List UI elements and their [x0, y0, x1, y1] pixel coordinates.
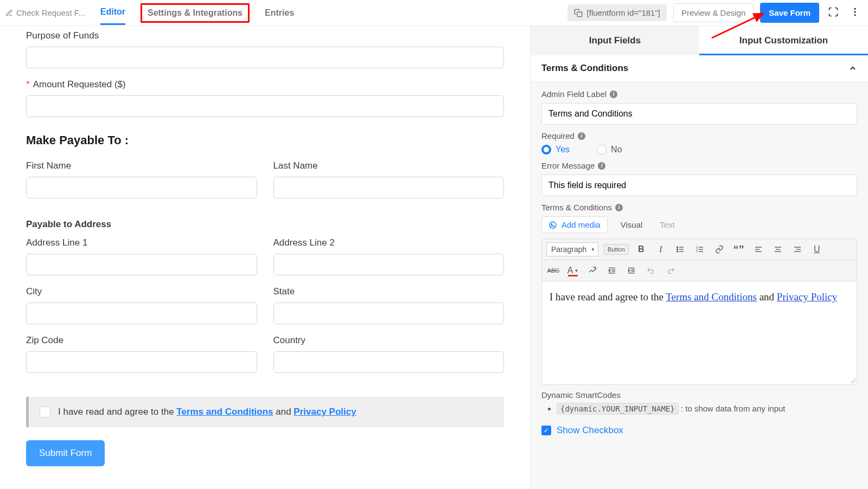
outdent-icon[interactable] — [605, 263, 619, 278]
media-icon — [548, 221, 557, 229]
country-input[interactable] — [273, 351, 505, 373]
format-select[interactable]: Paragraph — [546, 242, 598, 256]
redo-icon[interactable] — [663, 263, 678, 278]
preview-button[interactable]: Preview & Design — [673, 3, 754, 22]
zip-label: Zip Code — [26, 335, 257, 346]
purpose-field: Purpose of Funds — [26, 30, 504, 68]
admin-label-input[interactable] — [541, 103, 857, 125]
align-right-icon[interactable] — [790, 242, 805, 256]
bold-icon[interactable]: B — [634, 242, 648, 256]
purpose-input[interactable] — [26, 47, 504, 68]
amount-input[interactable] — [26, 95, 504, 117]
editor-body[interactable]: I have read and agree to the Terms and C… — [542, 281, 857, 384]
fullscreen-button[interactable] — [826, 4, 841, 21]
editor-tab-text[interactable]: Text — [655, 217, 679, 233]
radio-empty-icon — [597, 145, 607, 155]
clear-format-icon[interactable] — [585, 263, 599, 278]
kebab-icon — [850, 7, 860, 17]
shortcode-box[interactable]: [fluentform id="181"] — [567, 4, 667, 21]
copy-icon — [574, 9, 583, 17]
form-name-text: Check Request F... — [16, 8, 85, 17]
addr1-input[interactable] — [26, 254, 257, 275]
last-name-label: Last Name — [273, 160, 505, 171]
smartcode-code: {dynamic.YOUR_INPUT_NAME} — [557, 403, 679, 415]
state-input[interactable] — [273, 303, 505, 324]
country-field: Country — [273, 335, 505, 373]
svg-rect-0 — [577, 12, 582, 17]
svg-point-5 — [550, 222, 556, 228]
state-field: State — [273, 286, 505, 324]
top-bar: Check Request F... Editor Settings & Int… — [0, 0, 868, 26]
indent-icon[interactable] — [624, 263, 639, 278]
info-icon[interactable]: i — [578, 132, 585, 140]
addr1-label: Address Line 1 — [26, 237, 257, 248]
info-icon[interactable]: i — [615, 204, 623, 211]
numbered-list-icon[interactable]: 123 — [693, 242, 707, 256]
terms-text: I have read and agree to the Terms and C… — [58, 407, 356, 417]
error-message-input[interactable] — [541, 175, 857, 196]
tab-input-customization[interactable]: Input Customization — [699, 26, 868, 55]
editor-toolbar-1: Paragraph Button B I 123 “” — [542, 239, 857, 260]
strike-icon[interactable]: ABC — [546, 263, 560, 278]
editor-tab-visual[interactable]: Visual — [616, 217, 647, 233]
button-insert[interactable]: Button — [604, 244, 629, 255]
tab-editor[interactable]: Editor — [100, 1, 125, 25]
quote-icon[interactable]: “” — [732, 242, 746, 256]
svg-point-3 — [854, 14, 856, 16]
customization-pane: Input Fields Input Customization Terms &… — [531, 26, 868, 489]
svg-point-1 — [854, 8, 856, 10]
first-name-label: First Name — [26, 160, 257, 171]
text-color-icon[interactable]: A▼ — [566, 263, 580, 278]
required-yes[interactable]: Yes — [541, 145, 570, 155]
align-center-icon[interactable] — [771, 242, 785, 256]
add-media-button[interactable]: Add media — [541, 216, 608, 233]
rich-text-editor: Paragraph Button B I 123 “” — [541, 239, 857, 385]
first-name-input[interactable] — [26, 177, 257, 198]
show-checkbox-toggle[interactable]: ✓ Show Checkbox — [541, 425, 857, 436]
required-radio-group: Yes No — [541, 145, 857, 155]
zip-input[interactable] — [26, 351, 257, 373]
addr2-input[interactable] — [273, 254, 505, 275]
tab-entries[interactable]: Entries — [265, 2, 294, 24]
svg-text:3: 3 — [696, 250, 698, 253]
last-name-input[interactable] — [273, 177, 505, 198]
privacy-link[interactable]: Privacy Policy — [293, 407, 356, 417]
tab-settings[interactable]: Settings & Integrations — [141, 3, 250, 23]
state-label: State — [273, 286, 505, 297]
required-no[interactable]: No — [597, 145, 622, 155]
align-left-icon[interactable] — [751, 242, 765, 256]
payable-address-heading: Payable to Address — [26, 219, 504, 230]
main-layout: Purpose of Funds * Amount Requested ($) … — [0, 26, 868, 489]
city-input[interactable] — [26, 303, 257, 324]
save-form-button[interactable]: Save Form — [760, 3, 819, 23]
editor-privacy-link[interactable]: Privacy Policy — [777, 291, 837, 303]
svg-point-9 — [676, 249, 678, 250]
underline-icon[interactable]: U — [810, 242, 824, 256]
shortcode-text: [fluentform id="181"] — [587, 8, 660, 17]
svg-point-11 — [676, 251, 678, 252]
editor-toolbar-2: ABC A▼ — [542, 260, 857, 281]
info-icon[interactable]: i — [598, 162, 605, 170]
submit-form-button[interactable]: Submit Form — [26, 440, 105, 466]
panel-tabs: Input Fields Input Customization — [531, 26, 868, 55]
terms-link[interactable]: Terms and Conditions — [176, 407, 273, 417]
bullet-list-icon[interactable] — [673, 242, 687, 256]
form-preview-pane: Purpose of Funds * Amount Requested ($) … — [0, 26, 531, 489]
resize-handle-icon[interactable] — [850, 378, 856, 383]
amount-label: * Amount Requested ($) — [26, 79, 504, 90]
tab-input-fields[interactable]: Input Fields — [531, 26, 699, 55]
editor-terms-link[interactable]: Terms and Conditions — [666, 291, 757, 303]
addr1-field: Address Line 1 — [26, 237, 257, 275]
undo-icon[interactable] — [644, 263, 658, 278]
more-options-button[interactable] — [847, 4, 863, 21]
terms-checkbox[interactable] — [40, 407, 50, 417]
city-label: City — [26, 286, 257, 297]
terms-checkbox-field[interactable]: I have read and agree to the Terms and C… — [26, 397, 504, 427]
terms-accordion-header[interactable]: Terms & Conditions — [531, 55, 868, 82]
smartcode-item: {dynamic.YOUR_INPUT_NAME} : to show data… — [557, 404, 857, 413]
link-icon[interactable] — [712, 242, 726, 256]
format-select-wrap[interactable]: Paragraph — [546, 242, 598, 256]
italic-icon[interactable]: I — [654, 242, 668, 256]
info-icon[interactable]: i — [610, 91, 617, 98]
form-name[interactable]: Check Request F... — [5, 8, 85, 17]
